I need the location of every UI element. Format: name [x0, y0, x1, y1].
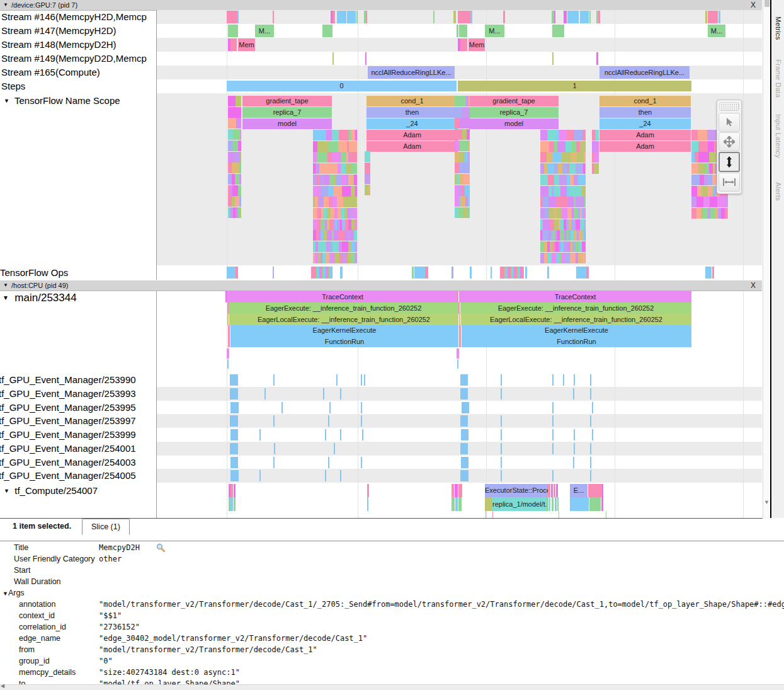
trace-event[interactable]: Mem	[469, 38, 485, 51]
gpu-event-tick[interactable]	[281, 402, 283, 413]
flame-event[interactable]	[575, 186, 581, 197]
flame-event[interactable]	[698, 130, 707, 141]
flame-event[interactable]	[710, 208, 715, 219]
flame-event[interactable]	[228, 129, 233, 140]
flame-event[interactable]	[322, 163, 329, 174]
trace-event[interactable]	[452, 267, 453, 279]
gpu-event-tick[interactable]	[362, 429, 363, 440]
trace-event[interactable]	[552, 25, 564, 37]
collapse-arrow-icon[interactable]: ▼	[3, 590, 8, 597]
flame-event[interactable]	[318, 241, 322, 252]
gpu-event-block[interactable]	[230, 388, 238, 400]
flame-event[interactable]	[705, 163, 709, 174]
compute-event[interactable]	[367, 497, 368, 511]
flame-event[interactable]	[574, 130, 582, 141]
collapse-arrow-icon[interactable]: ▼	[3, 0, 8, 10]
flame-event[interactable]	[540, 186, 548, 197]
trace-event[interactable]	[273, 267, 274, 279]
flame-event[interactable]	[326, 130, 332, 141]
flame-event[interactable]	[332, 152, 338, 163]
host-event[interactable]: EagerExecute: __inference_train_function…	[229, 302, 458, 314]
zoom-tool-button[interactable]	[719, 152, 740, 172]
host-event[interactable]: EagerExecute: __inference_train_function…	[460, 302, 691, 314]
flame-event[interactable]	[552, 152, 562, 163]
nccl-event[interactable]: ncclAllReduceRingLLKe...	[599, 66, 690, 79]
row-label-stream[interactable]: Stream #146(MemcpyH2D,Memcp	[1, 11, 155, 22]
gpu-event-tick[interactable]	[590, 415, 591, 427]
flame-event[interactable]	[468, 152, 470, 163]
gpu-event-tick[interactable]	[552, 429, 554, 440]
gpu-event-tick[interactable]	[590, 388, 591, 400]
flame-event[interactable]	[365, 173, 370, 184]
gpu-event-tick[interactable]	[273, 457, 275, 468]
flame-event[interactable]	[329, 163, 338, 174]
flame-event[interactable]	[455, 129, 462, 140]
compute-event[interactable]	[588, 484, 602, 497]
flame-event[interactable]	[356, 241, 357, 252]
flame-event[interactable]	[238, 185, 241, 196]
flame-event[interactable]	[455, 107, 462, 118]
flame-event[interactable]	[239, 196, 241, 207]
flame-event[interactable]	[365, 163, 370, 173]
host-sliver[interactable]	[457, 359, 458, 369]
flame-event[interactable]	[318, 197, 324, 207]
flame-event[interactable]	[565, 253, 570, 263]
gpu-event-block[interactable]	[462, 402, 469, 413]
flame-event[interactable]	[576, 219, 580, 230]
gpu-event-tick[interactable]	[340, 388, 341, 400]
compute-event[interactable]	[234, 497, 236, 511]
flame-event[interactable]	[567, 130, 574, 141]
gpu-event-block[interactable]	[230, 402, 239, 413]
flame-event[interactable]	[698, 163, 705, 174]
gpu-event-tick[interactable]	[328, 415, 329, 427]
flame-event[interactable]	[540, 130, 547, 141]
gpu-close-button[interactable]: X	[751, 0, 756, 10]
host-event[interactable]: EagerKernelExecute	[462, 325, 691, 336]
gpu-event-block[interactable]	[230, 415, 238, 427]
flame-event[interactable]	[341, 175, 346, 185]
flame-event[interactable]	[239, 107, 241, 118]
flame-event[interactable]	[459, 163, 467, 173]
trace-event[interactable]	[314, 267, 332, 279]
flame-event[interactable]	[332, 130, 339, 141]
host-sliver[interactable]	[225, 291, 227, 302]
gpu-event-tick[interactable]	[273, 415, 275, 427]
flame-event[interactable]	[560, 186, 567, 197]
trace-event[interactable]	[596, 52, 598, 65]
flame-event[interactable]	[554, 219, 559, 230]
trace-event[interactable]	[457, 25, 458, 37]
flame-event[interactable]	[240, 207, 241, 218]
flame-event[interactable]	[584, 152, 586, 163]
flame-event[interactable]	[354, 230, 357, 241]
gpu-event-tick[interactable]	[364, 374, 365, 386]
flame-event[interactable]	[698, 141, 705, 152]
gpu-event-tick[interactable]	[501, 470, 502, 481]
gpu-section-header[interactable]: ▼ /device:GPU:7 (pid 7) X	[0, 0, 762, 11]
gpu-event-tick[interactable]	[552, 443, 554, 454]
trace-event[interactable]	[228, 25, 238, 37]
flame-event[interactable]	[578, 175, 586, 185]
flame-event[interactable]	[455, 141, 460, 151]
flame-event[interactable]	[697, 186, 702, 197]
gpu-event-block[interactable]	[230, 443, 238, 454]
compute-event[interactable]: ExecutorState::Process	[485, 484, 548, 497]
flame-event[interactable]	[465, 185, 469, 196]
flame-event[interactable]	[240, 129, 241, 140]
flame-event[interactable]	[356, 219, 357, 230]
compute-event[interactable]	[552, 497, 554, 511]
flame-event[interactable]	[696, 197, 703, 207]
flame-event[interactable]	[550, 219, 554, 230]
flame-event[interactable]	[578, 253, 582, 263]
compute-event[interactable]	[554, 484, 555, 497]
flame-event[interactable]	[700, 175, 704, 185]
flame-event[interactable]	[691, 163, 698, 174]
flame-event[interactable]	[592, 141, 599, 152]
collapse-arrow-icon[interactable]: ▼	[3, 294, 9, 301]
step-marker[interactable]: 1	[458, 81, 691, 91]
trace-event[interactable]	[547, 267, 549, 279]
flame-event[interactable]	[313, 186, 321, 197]
trace-event[interactable]	[365, 52, 366, 65]
trace-event[interactable]	[412, 267, 414, 279]
compute-event[interactable]	[602, 484, 603, 497]
flame-event[interactable]	[581, 186, 586, 197]
